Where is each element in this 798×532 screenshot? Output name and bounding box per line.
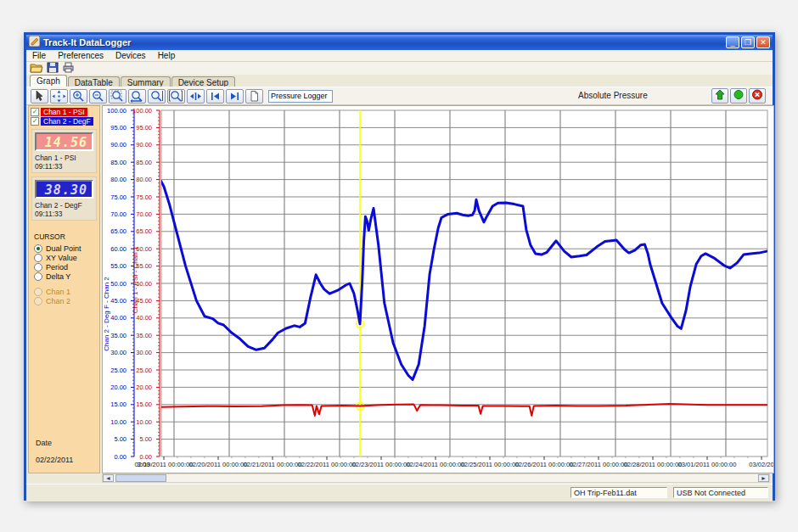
svg-text:60.00: 60.00 xyxy=(110,245,126,253)
green-up-arrow-icon xyxy=(714,88,726,104)
svg-text:03/02/20: 03/02/20 xyxy=(749,461,773,468)
svg-text:65.00: 65.00 xyxy=(110,227,126,235)
svg-text:0.00: 0.00 xyxy=(139,453,152,461)
scroll-right-icon[interactable]: ► xyxy=(758,474,769,482)
record-button[interactable] xyxy=(730,88,747,104)
tool-pan[interactable] xyxy=(50,89,68,104)
open-icon[interactable] xyxy=(30,61,43,76)
desktop: Track-It DataLogger _ ❐ ✕ FilePreference… xyxy=(0,0,798,532)
upload-button[interactable] xyxy=(711,88,728,104)
legend-item-chan-2-degf: ✓ Chan 2 - DegF xyxy=(31,117,99,126)
svg-text:100.00: 100.00 xyxy=(132,107,152,115)
menu-item-help[interactable]: Help xyxy=(152,51,182,60)
svg-text:03/01/2011 00:00:00: 03/01/2011 00:00:00 xyxy=(677,461,736,468)
channel-chip[interactable]: Chan 1 - PSI xyxy=(41,108,87,116)
readout-time: 09:11:33 xyxy=(35,210,93,218)
radio-icon[interactable] xyxy=(34,263,42,272)
status-usb: USB Not Connected xyxy=(673,487,768,498)
cursor-option-chan-2: Chan 2 xyxy=(34,296,99,305)
svg-text:15.00: 15.00 xyxy=(136,400,152,408)
tab-strip: GraphDataTableSummaryDevice Setup xyxy=(26,75,773,87)
tool-center-cursor[interactable] xyxy=(187,89,205,104)
cursor-option-xy-value[interactable]: XY Value xyxy=(34,253,99,262)
cursor-option-period[interactable]: Period xyxy=(34,262,99,272)
readout-card: 38.30 Chan 2 - DegF 09:11:33 xyxy=(31,176,97,221)
tool-zoom-window[interactable] xyxy=(109,89,126,104)
chart-panel: 0.005.0010.0015.0020.0025.0030.0035.0040… xyxy=(102,105,774,473)
scrollbar-track[interactable]: ◄ ► xyxy=(102,473,770,483)
degf-axis: 0.005.0010.0015.0020.0025.0030.0035.0040… xyxy=(103,107,134,461)
radio-icon[interactable] xyxy=(34,254,42,262)
close-button[interactable]: ✕ xyxy=(756,36,770,48)
svg-text:85.00: 85.00 xyxy=(110,159,126,166)
menu-item-file[interactable]: File xyxy=(26,51,52,60)
tool-zoom-out[interactable] xyxy=(89,89,107,104)
cursor-option-chan-1: Chan 1 xyxy=(34,287,99,296)
svg-text:40.00: 40.00 xyxy=(110,314,126,322)
svg-text:02/22/2011 00:00:00: 02/22/2011 00:00:00 xyxy=(297,461,356,468)
svg-text:02/19/2011 00:00:00: 02/19/2011 00:00:00 xyxy=(134,461,193,468)
status-bar: OH Trip-Feb11.dat USB Not Connected xyxy=(26,484,773,501)
menu-item-devices[interactable]: Devices xyxy=(110,51,152,60)
tool-zoom-x[interactable] xyxy=(128,89,146,104)
svg-text:95.00: 95.00 xyxy=(136,124,152,132)
readout-time: 09:11:33 xyxy=(35,162,93,171)
device-name-field[interactable] xyxy=(268,90,333,103)
cursor-group-title: CURSOR xyxy=(34,232,99,241)
green-circle-icon xyxy=(733,88,745,104)
red-x-icon xyxy=(751,88,763,104)
tab-device-setup[interactable]: Device Setup xyxy=(171,76,235,87)
title-bar[interactable]: Track-It DataLogger _ ❐ ✕ xyxy=(26,35,773,50)
app-icon xyxy=(29,35,40,50)
maximize-button[interactable]: ❐ xyxy=(741,36,755,48)
cursor-option-delta-y[interactable]: Delta Y xyxy=(34,272,99,281)
tool-zoom-in[interactable] xyxy=(70,89,87,104)
radio-icon[interactable] xyxy=(34,272,42,281)
tab-summary[interactable]: Summary xyxy=(121,76,171,87)
svg-text:95.00: 95.00 xyxy=(110,124,126,132)
channel-chip[interactable]: Chan 2 - DegF xyxy=(41,117,93,126)
chart-hscrollbar: ◄ ► xyxy=(26,473,773,483)
window-title: Track-It DataLogger xyxy=(43,37,724,48)
tool-zoom-extents[interactable] xyxy=(167,89,185,104)
menu-item-preferences[interactable]: Preferences xyxy=(52,51,110,60)
graph-toolbar: Absolute Pressure xyxy=(26,87,773,105)
led-display: 14.56 xyxy=(35,132,93,151)
tool-pointer[interactable] xyxy=(31,89,48,104)
tool-last-point[interactable] xyxy=(226,89,244,104)
tool-first-point[interactable] xyxy=(206,89,224,104)
svg-text:02/25/2011 00:00:00: 02/25/2011 00:00:00 xyxy=(460,461,519,468)
tab-datatable[interactable]: DataTable xyxy=(68,76,120,87)
readout-card: 14.56 Chan 1 - PSI 09:11:33 xyxy=(31,129,97,173)
chart[interactable]: 0.005.0010.0015.0020.0025.0030.0035.0040… xyxy=(103,106,773,473)
stop-button[interactable] xyxy=(749,88,766,104)
svg-text:02/23/2011 00:00:00: 02/23/2011 00:00:00 xyxy=(351,461,410,468)
svg-text:50.00: 50.00 xyxy=(110,280,126,288)
svg-text:0.00: 0.00 xyxy=(114,453,126,461)
svg-text:55.00: 55.00 xyxy=(110,262,126,270)
cursor-option-dual-point[interactable]: Dual Point xyxy=(34,244,99,253)
svg-text:Chan 1 - PSI - Chan 1: Chan 1 - PSI - Chan 1 xyxy=(132,246,139,313)
radio-icon xyxy=(34,288,42,296)
svg-text:85.00: 85.00 xyxy=(136,159,152,166)
menu-bar: FilePreferencesDevicesHelp xyxy=(26,50,773,62)
tool-zoom-y[interactable] xyxy=(148,89,166,104)
channel-legend: ✓ Chan 1 - PSI ✓ Chan 2 - DegF xyxy=(31,108,99,126)
svg-text:20.00: 20.00 xyxy=(136,384,152,391)
tab-graph[interactable]: Graph xyxy=(30,75,67,87)
scrollbar-thumb[interactable] xyxy=(115,474,166,482)
save-icon[interactable] xyxy=(47,61,59,76)
tool-clear-page[interactable] xyxy=(245,89,263,104)
print-icon[interactable] xyxy=(62,61,75,76)
svg-text:30.00: 30.00 xyxy=(110,349,126,356)
svg-text:90.00: 90.00 xyxy=(136,141,152,148)
channel-checkbox[interactable]: ✓ xyxy=(31,117,39,126)
svg-text:75.00: 75.00 xyxy=(136,193,152,201)
minimize-button[interactable]: _ xyxy=(726,36,739,48)
svg-text:45.00: 45.00 xyxy=(110,297,126,305)
scroll-left-icon[interactable]: ◄ xyxy=(103,474,114,482)
psi-axis: 0.005.0010.0015.0020.0025.0030.0035.0040… xyxy=(132,107,160,461)
radio-icon[interactable] xyxy=(34,244,42,253)
channel-checkbox[interactable]: ✓ xyxy=(31,108,39,116)
svg-text:80.00: 80.00 xyxy=(110,176,126,183)
